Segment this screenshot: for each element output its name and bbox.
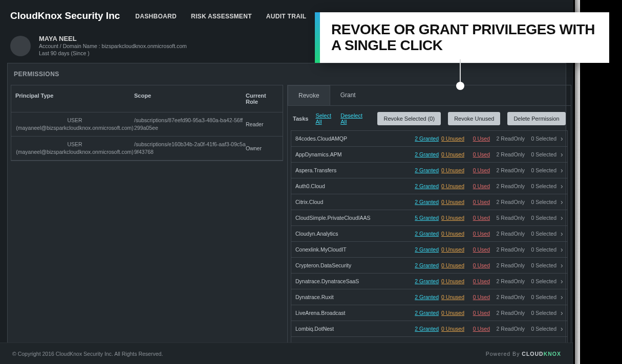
task-list[interactable]: 84codes.CloudAMQP 2 Granted 0 Unused 0 U… — [288, 130, 571, 345]
used-link[interactable]: 0 Used — [464, 215, 490, 221]
task-name: LiveArena.Broadcast — [295, 310, 413, 316]
task-row[interactable]: Auth0.Cloud 2 Granted 0 Unused 0 Used 2 … — [291, 178, 568, 194]
chevron-right-icon[interactable]: › — [561, 277, 563, 285]
used-link[interactable]: 0 Used — [464, 151, 490, 157]
unused-link[interactable]: 0 Unused — [439, 294, 464, 300]
readonly-count: 2 ReadOnly — [490, 167, 525, 173]
unused-link[interactable]: 0 Unused — [439, 278, 464, 284]
chevron-right-icon[interactable]: › — [561, 182, 563, 190]
task-row[interactable]: Conexlink.MyCloudIT 2 Granted 0 Unused 0… — [291, 242, 568, 258]
unused-link[interactable]: 0 Unused — [439, 262, 464, 268]
task-name: Auth0.Cloud — [295, 183, 413, 189]
selected-count: 0 Selected — [525, 231, 556, 237]
granted-link[interactable]: 2 Granted — [413, 151, 439, 157]
task-name: Crypteron.DataSecurity — [295, 262, 413, 268]
role-cell: Reader — [246, 121, 278, 127]
granted-link[interactable]: 2 Granted — [413, 183, 439, 189]
granted-link[interactable]: 5 Granted — [413, 215, 439, 221]
task-row[interactable]: Crypteron.DataSecurity 2 Granted 0 Unuse… — [291, 258, 568, 274]
readonly-count: 2 ReadOnly — [490, 278, 525, 284]
task-name: 84codes.CloudAMQP — [295, 135, 413, 142]
chevron-right-icon[interactable]: › — [561, 198, 563, 206]
used-link[interactable]: 0 Used — [464, 135, 490, 142]
select-all-link[interactable]: Select All — [315, 112, 333, 125]
unused-link[interactable]: 0 Unused — [439, 151, 464, 157]
tasks-panel: RevokeGrant Tasks Select All Deselect Al… — [287, 85, 571, 346]
tabs: RevokeGrant — [288, 85, 571, 106]
task-row[interactable]: LiveArena.Broadcast 2 Granted 0 Unused 0… — [291, 305, 568, 321]
used-link[interactable]: 0 Used — [464, 310, 490, 316]
used-link[interactable]: 0 Used — [464, 183, 490, 189]
task-row[interactable]: Dynatrace.Ruxit 2 Granted 0 Unused 0 Use… — [291, 289, 568, 305]
unused-link[interactable]: 0 Unused — [439, 310, 464, 316]
unused-link[interactable]: 0 Unused — [439, 135, 464, 142]
delete-permission-button[interactable]: Delete Permission — [507, 112, 565, 125]
nav-audit-trail[interactable]: AUDIT TRAIL — [266, 2, 307, 30]
principal-cell: USER(mayaneel@bizsparkcloudknox.onmicros… — [15, 117, 134, 132]
table-row[interactable]: USER(mayaneel@bizsparkcloudknox.onmicros… — [11, 112, 283, 136]
chevron-right-icon[interactable]: › — [561, 230, 563, 238]
card-title: PERMISSIONS — [8, 63, 566, 85]
task-row[interactable]: Cloudyn.Analytics 2 Granted 0 Unused 0 U… — [291, 226, 568, 242]
unused-link[interactable]: 0 Unused — [439, 231, 464, 237]
granted-link[interactable]: 2 Granted — [413, 135, 439, 142]
selected-count: 0 Selected — [525, 135, 556, 142]
granted-link[interactable]: 2 Granted — [413, 199, 439, 205]
tab-revoke[interactable]: Revoke — [288, 85, 330, 105]
granted-link[interactable]: 2 Granted — [413, 278, 439, 284]
chevron-right-icon[interactable]: › — [561, 325, 563, 333]
used-link[interactable]: 0 Used — [464, 294, 490, 300]
task-row[interactable]: Lombiq.DotNest 2 Granted 0 Unused 0 Used… — [291, 321, 568, 337]
chevron-right-icon[interactable]: › — [561, 293, 563, 301]
task-row[interactable]: Citrix.Cloud 2 Granted 0 Unused 0 Used 2… — [291, 194, 568, 210]
chevron-right-icon[interactable]: › — [561, 214, 563, 222]
readonly-count: 2 ReadOnly — [490, 183, 525, 189]
unused-link[interactable]: 0 Unused — [439, 199, 464, 205]
used-link[interactable]: 0 Used — [464, 278, 490, 284]
task-row[interactable]: Dynatrace.DynatraceSaaS 2 Granted 0 Unus… — [291, 274, 568, 289]
chevron-right-icon[interactable]: › — [561, 309, 563, 317]
granted-link[interactable]: 2 Granted — [413, 167, 439, 173]
selected-count: 0 Selected — [525, 199, 556, 205]
granted-link[interactable]: 2 Granted — [413, 310, 439, 316]
readonly-count: 2 ReadOnly — [490, 326, 525, 332]
nav-dashboard[interactable]: DASHBOARD — [135, 2, 177, 30]
selected-count: 0 Selected — [525, 278, 556, 284]
used-link[interactable]: 0 Used — [464, 246, 490, 253]
granted-link[interactable]: 2 Granted — [413, 326, 439, 332]
used-link[interactable]: 0 Used — [464, 326, 490, 332]
deselect-all-link[interactable]: Deselect All — [340, 112, 363, 125]
task-row[interactable]: AppDynamics.APM 2 Granted 0 Unused 0 Use… — [291, 147, 568, 163]
logo-part1: CLOUD — [522, 351, 543, 357]
col-principal: Principal Type — [15, 93, 134, 105]
unused-link[interactable]: 0 Unused — [439, 215, 464, 221]
task-row[interactable]: CloudSimple.PrivateCloudIAAS 5 Granted 0… — [291, 210, 568, 226]
used-link[interactable]: 0 Used — [464, 262, 490, 268]
principals-panel: Principal Type Scope Current Role USER(m… — [11, 85, 283, 346]
revoke-unused-button[interactable]: Revoke Unused — [448, 112, 500, 125]
chevron-right-icon[interactable]: › — [561, 150, 563, 158]
task-name: Lombiq.DotNest — [295, 326, 413, 332]
chevron-right-icon[interactable]: › — [561, 134, 563, 143]
granted-link[interactable]: 2 Granted — [413, 231, 439, 237]
nav-risk-assessment[interactable]: RISK ASSESSMENT — [191, 2, 252, 30]
revoke-selected-button[interactable]: Revoke Selected (0) — [377, 112, 441, 125]
unused-link[interactable]: 0 Unused — [439, 326, 464, 332]
granted-link[interactable]: 2 Granted — [413, 246, 439, 253]
chevron-right-icon[interactable]: › — [561, 261, 563, 269]
used-link[interactable]: 0 Used — [464, 199, 490, 205]
task-row[interactable]: Aspera.Transfers 2 Granted 0 Unused 0 Us… — [291, 163, 568, 178]
table-row[interactable]: USER(mayaneel@bizsparkcloudknox.onmicros… — [11, 136, 283, 161]
granted-link[interactable]: 2 Granted — [413, 262, 439, 268]
chevron-right-icon[interactable]: › — [561, 166, 563, 174]
tab-grant[interactable]: Grant — [330, 85, 366, 105]
selected-count: 0 Selected — [525, 246, 556, 253]
unused-link[interactable]: 0 Unused — [439, 167, 464, 173]
unused-link[interactable]: 0 Unused — [439, 183, 464, 189]
task-row[interactable]: 84codes.CloudAMQP 2 Granted 0 Unused 0 U… — [291, 130, 568, 147]
used-link[interactable]: 0 Used — [464, 167, 490, 173]
unused-link[interactable]: 0 Unused — [439, 246, 464, 253]
used-link[interactable]: 0 Used — [464, 231, 490, 237]
chevron-right-icon[interactable]: › — [561, 245, 563, 254]
granted-link[interactable]: 2 Granted — [413, 294, 439, 300]
